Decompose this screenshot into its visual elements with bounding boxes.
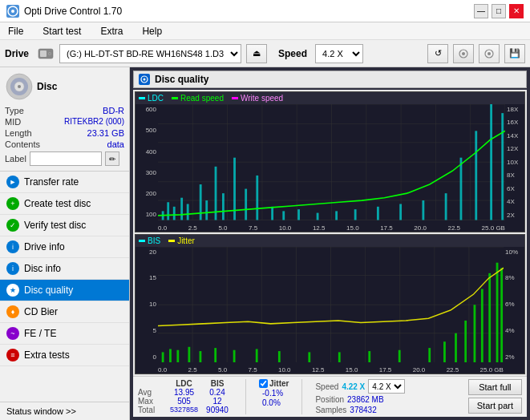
action-buttons: Start full Start part (468, 379, 522, 414)
disc-contents-label: Contents (5, 139, 40, 149)
window-controls: — □ ✕ (474, 4, 524, 18)
read-speed-color (172, 97, 178, 99)
nav-create-test-disc-label: Create test disc (24, 198, 91, 209)
nav-verify-test-disc[interactable]: ✓ Verify test disc (0, 215, 129, 236)
stats-separator-1 (245, 379, 246, 414)
maximize-button[interactable]: □ (492, 4, 506, 18)
jitter-checkbox[interactable] (259, 379, 268, 388)
drive-select[interactable]: (G:) HL-DT-ST BD-RE WH16NS48 1.D3 (59, 44, 241, 63)
nav-fe-te[interactable]: ~ FE / TE (0, 323, 129, 345)
svg-rect-52 (399, 204, 402, 220)
menu-extra[interactable]: Extra (95, 24, 127, 38)
eject-button[interactable]: ⏏ (246, 44, 267, 63)
svg-rect-75 (176, 349, 179, 362)
disc-mid-value: RITEKBR2 (000) (64, 117, 124, 127)
nav-drive-info-label: Drive info (24, 241, 65, 252)
status-window-label: Status window >> (6, 406, 76, 416)
svg-rect-49 (335, 211, 338, 220)
svg-rect-3 (40, 50, 47, 57)
disc-header: Disc (5, 72, 124, 101)
nav-extra-tests[interactable]: ≡ Extra tests (0, 345, 129, 366)
app-icon (6, 5, 19, 18)
minimize-button[interactable]: — (474, 4, 488, 18)
chart-header: Disc quality (133, 71, 527, 88)
bottom-chart-area: 20 15 10 5 0 10% 8% 6% 4% 2% (136, 247, 524, 374)
nav-cd-bier-label: CD Bier (24, 306, 58, 317)
position-label: Position (315, 395, 344, 404)
disc-length-row: Length 23.31 GB (5, 128, 124, 138)
stats-separator-2 (301, 379, 302, 414)
chart-header-icon (139, 74, 150, 85)
bottom-chart: BIS Jitter 20 15 10 5 0 (135, 234, 525, 375)
svg-rect-73 (162, 352, 164, 362)
disc-type-value: BD-R (103, 106, 124, 115)
legend-read-speed-label: Read speed (180, 94, 224, 103)
svg-rect-58 (501, 113, 504, 220)
position-value: 23862 MB (347, 395, 384, 404)
label-row: Label ✏ (5, 151, 124, 166)
stats-max-bis: 12 (202, 397, 233, 406)
legend-ldc: LDC (139, 94, 164, 103)
nav-transfer-rate[interactable]: ► Transfer rate (0, 172, 129, 193)
stats-bar: LDC BIS Avg 13.95 0.24 Max 505 12 Total … (133, 376, 527, 417)
start-full-button[interactable]: Start full (468, 379, 522, 395)
refresh-button[interactable]: ↺ (427, 44, 448, 63)
stats-avg-ldc: 13.95 (166, 388, 202, 397)
svg-rect-76 (188, 346, 190, 362)
svg-rect-83 (338, 352, 341, 362)
fe-te-icon: ~ (6, 327, 19, 340)
nav-disc-quality[interactable]: ★ Disc quality (0, 280, 129, 301)
status-window-button[interactable]: Status window >> (0, 402, 129, 420)
nav-verify-test-disc-label: Verify test disc (24, 220, 86, 231)
nav-drive-info[interactable]: i Drive info (0, 236, 129, 258)
menu-help[interactable]: Help (137, 24, 167, 38)
nav-disc-quality-label: Disc quality (24, 285, 73, 296)
svg-rect-56 (475, 131, 477, 220)
nav-create-test-disc[interactable]: + Create test disc (0, 193, 129, 215)
legend-read-speed: Read speed (172, 94, 224, 103)
speed-position-section: Speed 4.22 X 4.2 X Position 23862 MB Sam… (315, 379, 405, 414)
settings-button[interactable] (453, 44, 474, 63)
svg-rect-80 (256, 349, 258, 362)
nav-disc-info[interactable]: i Disc info (0, 258, 129, 280)
ldc-color (139, 97, 145, 99)
nav-items: ► Transfer rate + Create test disc ✓ Ver… (0, 172, 129, 366)
speed-control-select[interactable]: 4.2 X (368, 379, 405, 394)
svg-rect-53 (422, 200, 424, 220)
legend-ldc-label: LDC (148, 94, 164, 103)
disc-mid-label: MID (5, 117, 21, 127)
speed-value-display: 4.22 X (342, 382, 365, 391)
menu-file[interactable]: File (3, 24, 28, 38)
charts-container: LDC Read speed Write speed 600 (133, 90, 527, 376)
menu-start-test[interactable]: Start test (38, 24, 86, 38)
label-edit-button[interactable]: ✏ (105, 151, 119, 166)
save-button[interactable]: 💾 (504, 44, 525, 63)
label-input[interactable] (30, 151, 102, 166)
close-button[interactable]: ✕ (509, 4, 524, 18)
burn-button[interactable] (479, 44, 500, 63)
nav-cd-bier[interactable]: ♦ CD Bier (0, 301, 129, 323)
disc-type-row: Type BD-R (5, 106, 124, 115)
disc-contents-row: Contents data (5, 139, 124, 149)
svg-rect-92 (488, 273, 491, 362)
start-part-button[interactable]: Start part (468, 398, 522, 414)
disc-title: Disc (37, 81, 57, 92)
svg-rect-41 (222, 193, 225, 220)
stats-max-label: Max (138, 397, 166, 406)
bottom-chart-legend: BIS Jitter (136, 235, 524, 247)
nav-transfer-rate-label: Transfer rate (24, 176, 79, 188)
svg-rect-85 (399, 349, 401, 362)
drive-icon (37, 45, 55, 63)
speed-select[interactable]: 4.2 X (315, 44, 363, 63)
create-test-disc-icon: + (6, 197, 19, 210)
nav-disc-info-label: Disc info (24, 263, 61, 274)
svg-point-5 (49, 53, 51, 55)
drive-label: Drive (5, 48, 29, 59)
right-panel: Disc quality LDC Read speed (130, 67, 530, 420)
svg-point-15 (144, 79, 146, 81)
jitter-max-value: 0.0% (262, 398, 281, 407)
svg-rect-78 (214, 348, 216, 362)
svg-rect-82 (308, 352, 310, 362)
svg-rect-46 (282, 211, 285, 220)
jitter-section: Jitter -0.1% 0.0% (259, 379, 289, 407)
